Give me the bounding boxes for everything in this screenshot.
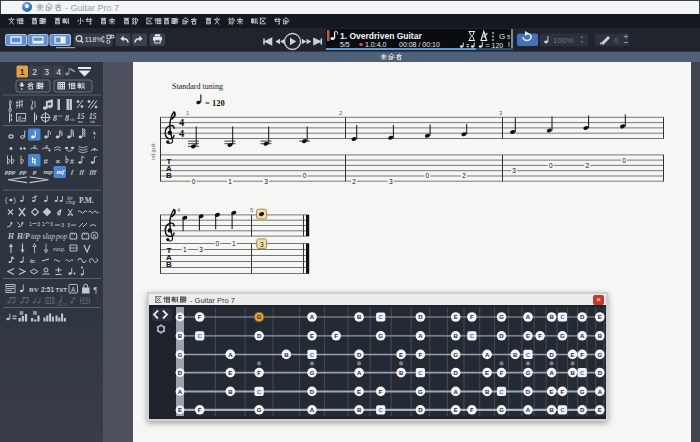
svg-text:#: #	[70, 158, 74, 165]
svg-text:rasg.: rasg.	[53, 246, 65, 252]
svg-text:H/P: H/P	[16, 232, 30, 241]
svg-text:G: G	[597, 352, 602, 358]
svg-text:1: 1	[186, 110, 190, 116]
svg-text:C: C	[470, 333, 475, 339]
svg-text:0: 0	[303, 172, 307, 179]
svg-text:B: B	[166, 171, 172, 180]
svg-text:D: D	[526, 389, 531, 395]
svg-text:3: 3	[45, 144, 49, 150]
svg-text:D: D	[580, 407, 585, 413]
svg-text:B: B	[284, 352, 289, 358]
svg-text:A: A	[526, 314, 531, 320]
svg-text:tr.: tr.	[30, 257, 36, 265]
svg-text:fff: fff	[90, 168, 97, 176]
svg-text:1: 1	[42, 221, 45, 227]
svg-text:D: D	[598, 370, 603, 376]
svg-text:8: 8	[53, 114, 57, 123]
svg-text:3: 3	[44, 67, 49, 77]
svg-text:BV: BV	[29, 286, 39, 294]
svg-text:G: G	[310, 370, 315, 376]
svg-text:C: C	[560, 407, 565, 413]
svg-text:3: 3	[33, 144, 37, 150]
svg-text:2: 2	[586, 162, 590, 169]
svg-text:E: E	[550, 389, 554, 395]
svg-text:tap: tap	[31, 232, 41, 241]
svg-text:(: (	[5, 196, 8, 204]
svg-text:p: p	[32, 168, 37, 176]
svg-text:F: F	[470, 314, 474, 320]
svg-text:ff: ff	[80, 168, 85, 176]
svg-text:3: 3	[260, 241, 264, 248]
svg-text:mf: mf	[57, 168, 65, 176]
svg-text:G: G	[418, 389, 423, 395]
svg-text:ma: ma	[78, 119, 83, 124]
svg-text:C: C	[560, 314, 565, 320]
svg-text:E: E	[598, 314, 602, 320]
svg-text:1: 1	[232, 240, 236, 247]
svg-text:A: A	[71, 286, 76, 293]
svg-text:A: A	[598, 389, 603, 395]
svg-text:C: C	[580, 370, 585, 376]
svg-text:E: E	[178, 407, 182, 413]
svg-text:×: ×	[56, 157, 61, 166]
svg-text:C: C	[379, 407, 384, 413]
svg-text:3: 3	[50, 221, 53, 227]
svg-text:3: 3	[61, 222, 64, 228]
svg-text:C: C	[310, 352, 315, 358]
svg-text:A: A	[580, 333, 585, 339]
svg-text:B: B	[549, 314, 554, 320]
svg-text:2: 2	[352, 178, 356, 185]
svg-text:E: E	[485, 370, 489, 376]
svg-text:A: A	[454, 389, 459, 395]
svg-text:3: 3	[199, 246, 203, 253]
svg-text:B: B	[598, 333, 603, 339]
svg-text:G: G	[378, 333, 383, 339]
svg-text:8: 8	[65, 114, 69, 123]
svg-text:E: E	[178, 314, 182, 320]
svg-text:C: C	[418, 370, 423, 376]
svg-text:B: B	[357, 407, 362, 413]
svg-text:0: 0	[549, 162, 553, 169]
svg-text:D: D	[580, 314, 585, 320]
svg-text:4: 4	[177, 207, 181, 213]
svg-text:F: F	[470, 407, 474, 413]
svg-text:B: B	[228, 389, 233, 395]
svg-text:0: 0	[216, 240, 220, 247]
svg-text:A: A	[485, 352, 490, 358]
svg-text:2: 2	[339, 110, 343, 116]
svg-text:E: E	[454, 314, 458, 320]
svg-text:C: C	[526, 352, 531, 358]
svg-text:#: #	[44, 157, 49, 166]
svg-text:E: E	[310, 333, 314, 339]
svg-text:D: D	[178, 370, 183, 376]
svg-text:E: E	[399, 352, 403, 358]
svg-text:mp: mp	[44, 168, 53, 176]
svg-text:3: 3	[264, 178, 268, 185]
svg-text:f: f	[71, 168, 74, 176]
svg-text:D: D	[418, 314, 423, 320]
svg-text:2:51: 2:51	[41, 286, 54, 293]
svg-text:B: B	[570, 370, 575, 376]
svg-text:A: A	[526, 407, 531, 413]
svg-text:D: D	[454, 370, 459, 376]
svg-text:1: 1	[228, 178, 232, 185]
svg-text:G: G	[580, 389, 585, 395]
svg-text:od.guit.: od.guit.	[150, 142, 156, 161]
svg-text:F: F	[198, 407, 202, 413]
svg-text:G: G	[499, 407, 504, 413]
svg-text:C: C	[257, 389, 262, 395]
svg-text:B: B	[485, 389, 490, 395]
svg-text:M: M	[20, 311, 24, 316]
svg-text:5: 5	[250, 207, 254, 213]
svg-text:G: G	[526, 370, 531, 376]
svg-text:B: B	[178, 333, 183, 339]
svg-text:3: 3	[512, 167, 516, 174]
svg-text:E: E	[598, 407, 602, 413]
svg-text:A: A	[178, 389, 183, 395]
svg-text:pop: pop	[55, 232, 68, 241]
svg-text:E: E	[571, 352, 575, 358]
svg-text:B: B	[454, 333, 459, 339]
svg-text:B: B	[549, 407, 554, 413]
svg-text:B: B	[357, 314, 362, 320]
svg-text:F: F	[334, 333, 338, 339]
